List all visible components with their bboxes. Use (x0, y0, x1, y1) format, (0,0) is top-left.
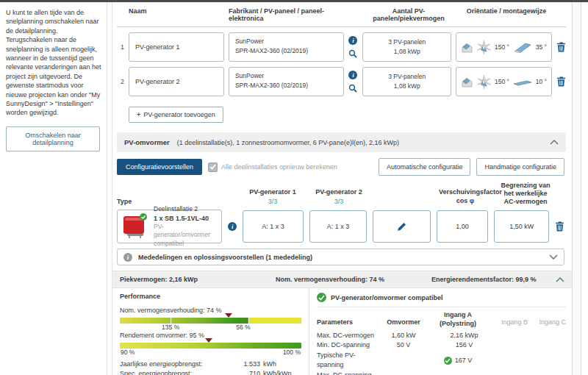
performance-heading: Performance (120, 293, 301, 300)
edit-config-box[interactable] (373, 210, 431, 243)
plus-icon: + (137, 111, 140, 118)
generator-row-2: 2 SunPower SPR-MAX2-360 (02/2019) i 3 PV… (117, 67, 566, 96)
bar-tick (171, 318, 171, 324)
col-header-naam: Naam (117, 7, 224, 22)
peak-power: 1,08 kWp (394, 82, 420, 91)
info-icon[interactable]: i (228, 222, 237, 231)
trash-icon[interactable] (556, 76, 566, 87)
bar-tick-label: 100 % (283, 349, 301, 356)
col-header-orientatie: Oriëntatie / montagewijze (458, 7, 555, 22)
panel-model: SPR-MAX2-360 (02/2019) (235, 81, 337, 90)
magnifier-icon[interactable] (348, 84, 357, 93)
pv-inverter-section: PV-omvormer (1 deelinstallatie(s), 1 zon… (112, 132, 572, 375)
add-generator-button[interactable]: +PV-generator toevoegen (129, 107, 223, 123)
marker-icon (205, 338, 212, 343)
nominal-ratio-bar (120, 318, 301, 324)
check-icon (444, 357, 452, 365)
chevron-up-icon[interactable] (556, 277, 564, 282)
bar-tick-label: 56 % (236, 324, 250, 331)
row-number: 2 (117, 78, 124, 85)
trash-icon[interactable] (556, 42, 566, 52)
messages-label: Mededelingen en oplossingsvoorstellen (1… (138, 254, 312, 261)
col-header-generator-1: PV-generator 1 3/3 (242, 188, 304, 205)
nominal-ratio-bar-label: Nom. vermogensverhouding: 74 % (120, 307, 301, 314)
trash-icon[interactable] (555, 221, 564, 232)
generator-2-count: 3/3 (309, 198, 368, 205)
switch-to-detail-planning-button[interactable]: Omschakelen naar detailplanning (6, 126, 100, 151)
tilt-value: 35 ° (536, 43, 547, 51)
pv-generator-table: Naam Fabrikant / PV-paneel / paneel-elek… (112, 2, 572, 129)
sidebar-planning-info: U kunt te allen tijde van de snelplannin… (0, 2, 107, 375)
orientation-box[interactable]: 150 ° 35 ° (456, 32, 552, 62)
check-icon (317, 293, 326, 302)
inverter-row: Deelinstallatie 2 1 x SB 1.5-1VL-40 PV-g… (112, 210, 572, 243)
ac-limit-box[interactable]: 1,50 kW (494, 210, 549, 243)
messages-row[interactable]: i Mededelingen en oplossingsvoorstellen … (117, 249, 564, 265)
panel-count-box[interactable]: 3 PV-panelen 1,08 kWp (362, 32, 451, 62)
manual-configuration-button[interactable]: Handmatige configuratie (476, 158, 564, 176)
compass-icon (477, 75, 491, 89)
chevron-up-icon[interactable] (550, 140, 559, 145)
panel-count-box[interactable]: 3 PV-panelen 1,08 kWp (362, 67, 451, 96)
recalculate-checkbox-label: Alle deelinstallaties opnieuw berekenen (221, 163, 337, 171)
col-header-ac-limit: Begrenzing van het werkelijke AC-vermoge… (498, 182, 553, 205)
inverter-efficiency-bar (120, 343, 301, 349)
generator-1-config-box[interactable]: A: 1 x 3 (243, 210, 303, 243)
generator-1-count: 3/3 (242, 198, 304, 205)
parameters-panel: PV-generator/omvormer compatibel Paramet… (309, 288, 572, 375)
configuration-proposals-button[interactable]: Configuratievoorstellen (117, 159, 202, 175)
info-icon[interactable]: i (348, 71, 357, 79)
tilt-value: 10 ° (536, 78, 547, 85)
generator-table-header: Naam Fabrikant / PV-paneel / paneel-elek… (117, 7, 566, 27)
peak-power: 1,08 kWp (394, 47, 420, 57)
magnifier-icon[interactable] (348, 49, 357, 58)
chevron-down-icon[interactable] (549, 254, 558, 260)
panel-selector[interactable]: SunPower SPR-MAX2-360 (02/2019) (229, 32, 344, 62)
panel-tilt-icon (513, 76, 532, 88)
configuration-controls: Configuratievoorstellen Alle deelinstall… (112, 152, 572, 179)
bar-tick-label: 135 % (162, 324, 179, 331)
recalculate-checkbox[interactable] (208, 162, 218, 172)
inverter-section-header[interactable]: PV-omvormer (1 deelinstallatie(s), 1 zon… (117, 132, 566, 152)
orientation-box[interactable]: 150 ° 10 ° (456, 67, 552, 96)
inverter-status: PV-generator/omvormer compatibel (154, 223, 218, 248)
bar-tick (248, 318, 249, 324)
parameters-table: Parameters Omvormer Ingang A(Polystring)… (317, 311, 566, 375)
section-subtitle: (1 deelinstallatie(s), 1 zonnestroomomvo… (177, 139, 399, 146)
cos-phi-box[interactable]: 1,00 (437, 210, 489, 243)
planning-info-text: U kunt te allen tijde van de snelplannin… (6, 8, 101, 118)
detail-panels: Performance Nom. vermogensverhouding: 74… (112, 288, 572, 375)
compatibility-status: PV-generator/omvormer compatibel (317, 293, 566, 307)
panel-count: 3 PV-panelen (388, 72, 426, 82)
panel-selector[interactable]: SunPower SPR-MAX2-360 (02/2019) (229, 67, 344, 96)
parameter-row: Typische PV-spanning 167 V (317, 351, 566, 371)
compass-icon (477, 40, 491, 54)
performance-panel: Performance Nom. vermogensverhouding: 74… (112, 288, 309, 375)
subinstallation-label: Deelinstallatie 2 (154, 205, 218, 213)
azimuth-value: 150 ° (495, 43, 509, 51)
energy-factor-summary: Energierendementsfactor: 99,9 % (431, 276, 537, 283)
generator-name-input[interactable] (129, 67, 224, 96)
info-icon: i (123, 253, 132, 262)
col-header-fabrikant: Fabrikant / PV-paneel / paneel-elektroni… (229, 7, 345, 22)
inverter-card[interactable]: Deelinstallatie 2 1 x SB 1.5-1VL-40 PV-g… (117, 210, 222, 243)
col-header-generator-2: PV-generator 2 3/3 (309, 188, 368, 205)
sunny-design-planning-screen: U kunt te allen tijde van de snelplannin… (0, 0, 588, 375)
inverter-image (121, 212, 150, 241)
bar-tick-label: 90 % (121, 349, 135, 356)
panel-tilt-icon (513, 42, 532, 53)
automatic-configuration-button[interactable]: Automatische configuratie (379, 158, 471, 176)
marker-icon (225, 313, 232, 318)
info-icon[interactable]: i (348, 36, 357, 45)
nominal-ratio-summary: Nom. vermogensverhouding: 74 % (276, 276, 431, 283)
generator-2-config-box[interactable]: A: 1 x 3 (309, 210, 368, 243)
panel-model: SPR-MAX2-360 (02/2019) (235, 46, 337, 56)
summary-bar: Piekvermogen: 2,16 kWp Nom. vermogensver… (112, 271, 572, 288)
panel-manufacturer: SunPower (235, 71, 337, 81)
vertical-scrollbar[interactable] (572, 2, 581, 375)
generator-name-input[interactable] (129, 32, 224, 62)
inverter-model: 1 x SB 1.5-1VL-40 (154, 214, 218, 223)
main-content: Naam Fabrikant / PV-paneel / paneel-elek… (112, 2, 572, 375)
panel-count: 3 PV-panelen (388, 38, 426, 47)
azimuth-value: 150 ° (495, 78, 509, 85)
